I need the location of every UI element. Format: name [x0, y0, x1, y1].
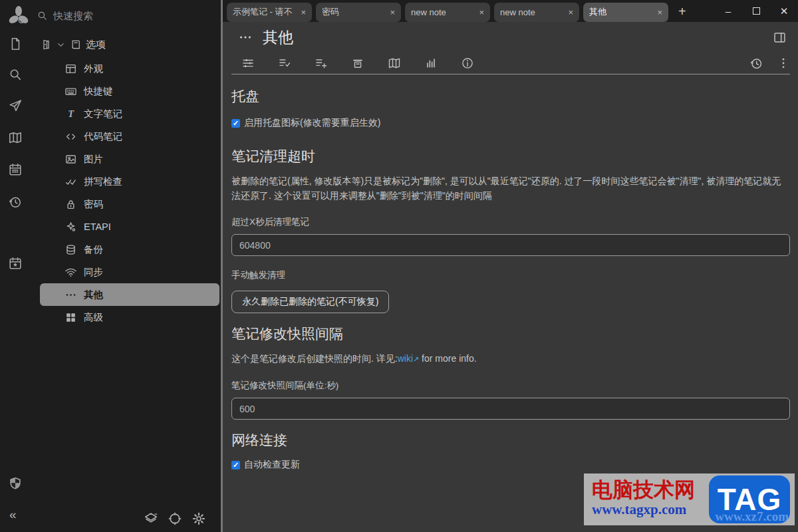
ribbon-toolbar: [231, 53, 790, 74]
tab-title: new note: [500, 7, 565, 17]
tray-checkbox-label: 启用托盘图标(修改需要重启生效): [244, 117, 380, 129]
tree-item-label: 高级: [84, 311, 103, 324]
close-icon[interactable]: ×: [479, 7, 484, 17]
wiki-link[interactable]: wiki: [398, 353, 413, 364]
tree-item-label: 密码: [84, 198, 103, 211]
info-icon[interactable]: [461, 57, 474, 70]
quick-search-input[interactable]: [52, 6, 214, 25]
sidebar-item-etapi[interactable]: ETAPI: [40, 215, 219, 238]
tab-new-note-2[interactable]: new note ×: [494, 3, 579, 22]
minimize-button[interactable]: –: [714, 0, 742, 22]
spellcheck-icon: [65, 176, 77, 188]
erase-deleted-notes-button[interactable]: 永久删除已删除的笔记(不可恢复): [231, 291, 389, 313]
watermark-site-url: www.tagxp.com: [592, 501, 686, 518]
history-icon[interactable]: [749, 57, 763, 70]
protected-session-button[interactable]: [8, 476, 24, 492]
sidebar-item-password[interactable]: 密码: [40, 193, 219, 215]
keyboard-icon: [65, 85, 77, 98]
tab-title: 密码: [322, 6, 387, 18]
sidebar-splitter[interactable]: [221, 0, 223, 532]
section-heading-network: 网络连接: [231, 431, 790, 450]
sidebar-item-appearance[interactable]: 外观: [40, 57, 219, 80]
revision-input-label: 笔记修改快照间隔(单位:秒): [231, 380, 790, 392]
ellipsis-icon: [65, 289, 77, 301]
tree-item-label: 代码笔记: [84, 130, 122, 143]
tab-sample-note[interactable]: 示例笔记 - 请不 ×: [227, 3, 312, 22]
revision-desc-suffix: for more info.: [419, 353, 476, 364]
tab-title: 示例笔记 - 请不: [233, 6, 298, 18]
sidebar-item-code-notes[interactable]: 代码笔记: [40, 125, 219, 148]
tree-item-label: 图片: [84, 153, 103, 166]
layers-button[interactable]: [144, 511, 158, 526]
unhoist-icon[interactable]: [40, 39, 52, 51]
sidebar-item-backup[interactable]: 备份: [40, 238, 219, 261]
sliders-icon[interactable]: [241, 57, 255, 70]
chevron-down-icon[interactable]: [56, 40, 66, 50]
sidebar-item-spellcheck[interactable]: 拼写检查: [40, 170, 219, 193]
tree-root-options[interactable]: 选项: [40, 35, 221, 55]
search-button[interactable]: [8, 67, 24, 83]
ellipsis-icon[interactable]: [238, 30, 253, 45]
tray-icon-checkbox[interactable]: [231, 119, 240, 128]
tree-item-label: 备份: [84, 243, 103, 256]
sidebar-item-sync[interactable]: 同步: [40, 261, 219, 283]
watermark-site-name: 电脑技术网: [592, 476, 695, 504]
jump-to-note-button[interactable]: [8, 98, 24, 114]
note-title-row: 其他: [223, 22, 798, 53]
spark-icon: [65, 221, 77, 233]
sidebar-item-text-notes[interactable]: 文字笔记: [40, 102, 219, 125]
bookmarks-button[interactable]: [8, 256, 24, 272]
new-note-button[interactable]: [8, 37, 24, 53]
note-title[interactable]: 其他: [263, 27, 293, 48]
image-icon: [65, 153, 77, 166]
tree-item-label: 同步: [84, 266, 103, 279]
erase-description: 被删除的笔记(属性, 修改版本等)只是被标记为"删除", 是可以从"最近笔记"还…: [231, 174, 790, 203]
tab-bar: 示例笔记 - 请不 × 密码 × new note × new note × 其…: [223, 0, 798, 22]
sidebar-item-advanced[interactable]: 高级: [40, 306, 219, 329]
sidebar-item-other[interactable]: 其他: [40, 283, 219, 306]
note-map-button[interactable]: [8, 130, 24, 146]
maximize-button[interactable]: [742, 0, 770, 22]
text-icon: [65, 108, 77, 120]
auto-update-checkbox[interactable]: [231, 461, 240, 469]
settings-button[interactable]: [192, 511, 206, 526]
wifi-icon: [65, 266, 77, 279]
manual-erase-label: 手动触发清理: [231, 269, 790, 281]
close-window-button[interactable]: ✕: [770, 0, 798, 22]
settings-content: 托盘 启用托盘图标(修改需要重启生效) 笔记清理超时 被删除的笔记(属性, 修改…: [231, 74, 790, 471]
list-plus-icon[interactable]: [315, 57, 328, 70]
close-icon[interactable]: ×: [301, 7, 306, 17]
sidebar: ⟳ « 选项 外观 快捷键 文字笔记 代码笔记: [0, 0, 221, 532]
chart-icon[interactable]: [424, 57, 438, 70]
recent-changes-button[interactable]: [8, 195, 24, 211]
new-tab-button[interactable]: +: [678, 4, 686, 19]
calendar-button[interactable]: [8, 162, 24, 178]
tab-new-note-1[interactable]: new note ×: [405, 3, 490, 22]
erase-timeout-input[interactable]: [231, 234, 790, 256]
tab-other[interactable]: 其他 ×: [583, 3, 668, 22]
sync-status-icon[interactable]: ⟳: [18, 15, 27, 27]
close-icon[interactable]: ×: [568, 7, 573, 17]
tab-password[interactable]: 密码 ×: [316, 3, 401, 22]
database-icon: [65, 243, 77, 256]
kebab-icon[interactable]: [777, 57, 790, 70]
revision-interval-input[interactable]: [231, 398, 790, 420]
erase-input-label: 超过X秒后清理笔记: [231, 216, 790, 228]
tab-title: new note: [411, 7, 476, 17]
map-icon[interactable]: [388, 57, 401, 70]
sidebar-item-images[interactable]: 图片: [40, 148, 219, 170]
tree-item-label: 文字笔记: [84, 108, 122, 120]
layout-icon: [65, 63, 77, 75]
list-check-icon[interactable]: [278, 57, 291, 70]
lock-icon: [65, 198, 77, 211]
tree-item-label: 拼写检查: [84, 176, 122, 188]
close-icon[interactable]: ×: [390, 7, 395, 17]
grid-icon: [65, 311, 77, 324]
tree-item-label: 快捷键: [84, 85, 113, 98]
global-map-button[interactable]: [168, 511, 182, 526]
archive-icon[interactable]: [351, 57, 364, 70]
sidebar-item-shortcuts[interactable]: 快捷键: [40, 80, 219, 102]
collapse-sidebar-button[interactable]: «: [9, 507, 15, 522]
panel-right-icon[interactable]: [773, 31, 787, 45]
close-icon[interactable]: ×: [657, 7, 662, 17]
